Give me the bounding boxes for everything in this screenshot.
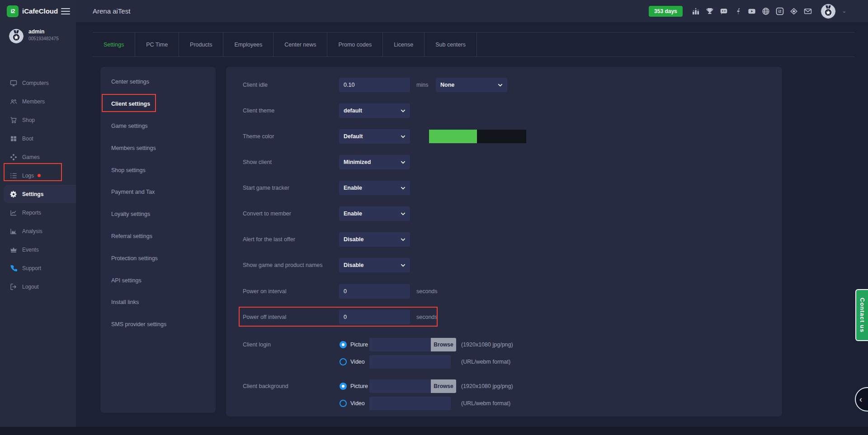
radio-picture[interactable]: [340, 341, 347, 348]
field-label: Theme color: [243, 133, 274, 140]
field-select-value: Enable: [344, 185, 362, 191]
radio-video[interactable]: [340, 400, 347, 407]
submenu-item-client-settings[interactable]: Client settings: [100, 93, 216, 115]
sidebar-item-boot[interactable]: Boot: [0, 129, 76, 148]
tab-promo-codes[interactable]: Promo codes: [327, 33, 383, 56]
tab-employees[interactable]: Employees: [223, 33, 274, 56]
layers-icon[interactable]: [790, 7, 798, 15]
logout-icon: [10, 283, 17, 290]
field-label: Client idle: [243, 82, 268, 88]
client-settings-form: Client idleminsNoneClient themedefaultTh…: [226, 67, 782, 416]
field-select-enable[interactable]: Enable: [339, 206, 410, 221]
submenu-item-members-settings[interactable]: Members settings: [100, 137, 216, 159]
app-logo-icon[interactable]: i2: [7, 5, 19, 17]
radio-label: Picture: [350, 383, 368, 389]
icafe-logo-icon[interactable]: i2: [776, 7, 784, 15]
submenu-item-center-settings[interactable]: Center settings: [100, 71, 216, 93]
discord-icon[interactable]: [720, 7, 728, 15]
svg-text:i2: i2: [778, 9, 782, 14]
logs-icon: [10, 172, 17, 179]
field-label: Client theme: [243, 108, 274, 114]
sidebar: admin 005193482475 ComputersMembersShopB…: [0, 22, 76, 427]
chevron-down-icon: [401, 263, 406, 268]
sidebar-item-shop[interactable]: Shop: [0, 111, 76, 129]
tab-settings[interactable]: Settings: [93, 33, 135, 56]
submenu-item-payment-and-tax[interactable]: Payment and Tax: [100, 181, 216, 203]
media-option-client-background-picture: PictureBrowse(1920x1080 jpg/png): [226, 379, 782, 393]
globe-icon[interactable]: [762, 7, 770, 15]
tab-products[interactable]: Products: [179, 33, 223, 56]
field-input[interactable]: [339, 78, 410, 92]
topbar-right: 353 days i2 ⌄: [649, 4, 868, 19]
browse-button[interactable]: Browse: [431, 379, 456, 393]
submenu-item-sms-provider-settings[interactable]: SMS provider settings: [100, 313, 216, 336]
submenu-item-referral-settings[interactable]: Referral settings: [100, 225, 216, 248]
mail-icon[interactable]: [804, 7, 812, 15]
submenu-item-install-links[interactable]: Install links: [100, 291, 216, 313]
field-label: Show client: [243, 159, 272, 165]
theme-color-swatch-black[interactable]: [477, 130, 526, 143]
ranking-icon[interactable]: [692, 7, 700, 15]
sidebar-item-computers[interactable]: Computers: [0, 74, 76, 92]
field-select-disable[interactable]: Disable: [339, 258, 410, 272]
facebook-icon[interactable]: [734, 7, 742, 15]
field-select-disable[interactable]: Disable: [339, 232, 410, 247]
tab-pc-time[interactable]: PC Time: [135, 33, 179, 56]
form-row-start-game-tracker: Start game trackerEnable: [226, 181, 782, 195]
radio-picture[interactable]: [340, 383, 347, 390]
user-avatar-small[interactable]: [9, 29, 24, 43]
chevron-down-icon[interactable]: ⌄: [842, 8, 846, 14]
field-select-default[interactable]: default: [339, 103, 410, 118]
media-option-client-login-video: Video(URL/webm format): [226, 355, 782, 369]
submenu-item-protection-settings[interactable]: Protection settings: [100, 247, 216, 269]
submenu-item-loyalty-settings[interactable]: Loyalty settings: [100, 203, 216, 225]
boot-icon: [10, 135, 17, 142]
sidebar-item-games[interactable]: Games: [0, 148, 76, 166]
tab-center-news[interactable]: Center news: [274, 33, 327, 56]
hamburger-icon[interactable]: [61, 8, 70, 14]
file-input[interactable]: Browse: [369, 338, 456, 351]
field-input[interactable]: [339, 310, 410, 324]
field-input[interactable]: [339, 284, 410, 299]
field-select-none[interactable]: None: [436, 78, 507, 92]
sidebar-item-label: Analysis: [22, 228, 42, 234]
submenu-item-game-settings[interactable]: Game settings: [100, 115, 216, 137]
browse-button[interactable]: Browse: [431, 338, 456, 351]
field-unit: seconds: [416, 288, 438, 295]
field-unit: seconds: [416, 314, 438, 320]
field-select-minimized[interactable]: Minimized: [339, 155, 410, 169]
form-row-power-on-interval: Power on intervalseconds: [226, 284, 782, 299]
license-days-badge[interactable]: 353 days: [649, 6, 683, 17]
field-select-value: Default: [344, 133, 363, 140]
submenu-item-api-settings[interactable]: API settings: [100, 269, 216, 291]
theme-color-swatch-green[interactable]: [429, 130, 477, 143]
field-select-default[interactable]: Default: [339, 129, 410, 144]
sidebar-item-events[interactable]: Events: [0, 240, 76, 259]
trophy-icon[interactable]: [706, 7, 714, 15]
submenu-item-shop-settings[interactable]: Shop settings: [100, 159, 216, 181]
user-avatar[interactable]: [821, 4, 836, 19]
sidebar-item-reports[interactable]: Reports: [0, 203, 76, 222]
sidebar-item-support[interactable]: Support: [0, 259, 76, 277]
sidebar-item-analysis[interactable]: Analysis: [0, 222, 76, 240]
tab-license[interactable]: License: [383, 33, 425, 56]
file-input[interactable]: [369, 397, 451, 410]
field-select-enable[interactable]: Enable: [339, 181, 410, 195]
topbar: i2 iCafeCloud Arena aiTest 353 days i2 ⌄: [0, 0, 868, 22]
sidebar-item-members[interactable]: Members: [0, 92, 76, 111]
file-input[interactable]: [369, 355, 451, 369]
sidebar-item-logs[interactable]: Logs: [0, 166, 76, 185]
sidebar-item-logout[interactable]: Logout: [0, 277, 76, 296]
chevron-down-icon: [401, 134, 406, 139]
tab-sub-centers[interactable]: Sub centers: [425, 33, 477, 56]
sidebar-item-label: Events: [22, 247, 39, 253]
file-input[interactable]: Browse: [369, 379, 456, 393]
contact-us-button[interactable]: Contact us: [855, 289, 868, 341]
youtube-icon[interactable]: [748, 7, 756, 15]
radio-video[interactable]: [340, 358, 347, 365]
user-name: admin: [28, 28, 44, 35]
collapse-widget-button[interactable]: ‹: [855, 387, 868, 412]
chevron-down-icon: [498, 83, 503, 88]
sidebar-item-settings[interactable]: Settings: [4, 185, 76, 203]
events-icon: [10, 246, 17, 253]
